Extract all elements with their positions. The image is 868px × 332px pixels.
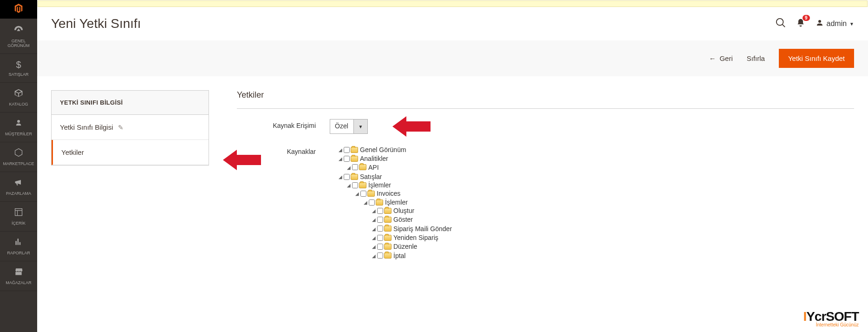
nav-label: MARKETPLACE	[3, 161, 34, 166]
form-section-title: Yetkiler	[237, 90, 854, 100]
back-label: Geri	[719, 54, 732, 62]
tab-role-resources[interactable]: Yetkiler	[52, 140, 209, 165]
tree-node[interactable]: ◢Yeniden Sipariş	[372, 233, 854, 242]
nav-customers[interactable]: MÜŞTERİLER	[0, 113, 37, 142]
nav-content[interactable]: İÇERİK	[0, 202, 37, 232]
folder-icon	[384, 217, 392, 223]
tree-node[interactable]: ◢Sipariş Maili Gönder	[372, 224, 854, 233]
nav-label: MÜŞTERİLER	[5, 132, 32, 136]
tree-checkbox[interactable]	[352, 164, 358, 170]
tree-node[interactable]: ◢İşlemler ◢Invoices ◢İşlemler ◢Oluştur	[346, 180, 854, 261]
caret-down-icon: ▼	[353, 120, 367, 133]
folder-icon	[359, 182, 366, 188]
tree-checkbox[interactable]	[377, 226, 383, 232]
magento-logo[interactable]	[0, 0, 37, 19]
tree-node[interactable]: ◢İşlemler ◢Oluştur ◢Göster ◢Sipariş Mail…	[363, 198, 854, 260]
page-title: Yeni Yetki Sınıfı	[51, 16, 141, 31]
megaphone-icon	[2, 178, 35, 189]
notifications-icon[interactable]: 9	[796, 18, 805, 30]
nav-label: MAĞAZALAR	[6, 280, 32, 285]
page-action-bar: ← Geri Sıfırla Yetki Sınıfı Kaydet	[37, 40, 868, 76]
search-icon[interactable]	[776, 18, 786, 30]
tree-checkbox[interactable]	[344, 156, 350, 162]
system-notice-bar	[38, 0, 868, 7]
tree-node[interactable]: ◢İptal	[372, 251, 854, 260]
tab-label: Yetki Sınıfı Bilgisi	[60, 123, 113, 131]
resources-tree: ◢Genel Görünüm ◢Analitikler ◢API ◢Satışl…	[330, 145, 854, 262]
folder-icon	[351, 156, 358, 162]
header-actions: 9 admin ▼	[776, 18, 854, 30]
folder-icon	[384, 252, 392, 259]
tree-checkbox[interactable]	[377, 217, 383, 223]
nav-label: İÇERİK	[12, 221, 26, 226]
tree-node[interactable]: ◢Genel Görünüm	[338, 145, 854, 154]
nav-label: GENEL GÖRÜNÜM	[7, 39, 30, 48]
folder-icon	[384, 226, 392, 232]
save-button[interactable]: Yetki Sınıfı Kaydet	[779, 49, 854, 68]
back-button[interactable]: ← Geri	[709, 54, 732, 62]
nav-marketing[interactable]: PAZARLAMA	[0, 172, 37, 202]
nav-label: RAPORLAR	[7, 251, 30, 255]
nav-label: KATALOG	[9, 102, 28, 106]
folder-icon	[384, 235, 392, 241]
folder-icon	[384, 244, 392, 250]
chart-icon	[2, 237, 35, 249]
folder-icon	[384, 208, 392, 214]
person-icon	[2, 118, 35, 130]
folder-icon	[351, 147, 358, 153]
arrow-left-icon: ←	[709, 54, 716, 62]
pencil-icon: ✎	[118, 124, 124, 131]
tree-checkbox[interactable]	[344, 147, 350, 153]
admin-account-dropdown[interactable]: admin ▼	[816, 19, 854, 29]
tree-node[interactable]: ◢Satışlar ◢İşlemler ◢Invoices ◢İşlemler	[338, 172, 854, 262]
nav-dashboard[interactable]: GENEL GÖRÜNÜM	[0, 19, 37, 54]
gauge-icon	[2, 24, 35, 37]
nav-sales[interactable]: $ SATIŞLAR	[0, 54, 37, 83]
tree-node[interactable]: ◢Oluştur	[372, 206, 854, 215]
folder-icon	[359, 164, 366, 170]
notification-badge: 9	[803, 15, 810, 21]
tab-role-info[interactable]: Yetki Sınıfı Bilgisi ✎	[52, 115, 209, 140]
user-icon	[816, 19, 824, 29]
tree-node[interactable]: ◢Göster	[372, 215, 854, 224]
admin-sidebar: GENEL GÖRÜNÜM $ SATIŞLAR KATALOG MÜŞTERİ…	[0, 0, 37, 287]
tabs-section-title: YETKİ SINIFI BİLGİSİ	[52, 91, 209, 115]
nav-label: PAZARLAMA	[6, 191, 31, 196]
folder-icon	[351, 174, 358, 180]
tree-checkbox[interactable]	[377, 252, 383, 259]
tree-checkbox[interactable]	[377, 208, 383, 214]
caret-down-icon: ▼	[849, 21, 854, 27]
nav-label: SATIŞLAR	[9, 72, 29, 77]
tree-checkbox[interactable]	[377, 235, 383, 241]
nav-reports[interactable]: RAPORLAR	[0, 232, 37, 261]
tree-node[interactable]: ◢API	[346, 163, 854, 172]
folder-icon	[367, 191, 375, 197]
tree-checkbox[interactable]	[360, 191, 366, 197]
folder-icon	[376, 199, 383, 206]
nav-catalog[interactable]: KATALOG	[0, 83, 37, 113]
nav-marketplace[interactable]: MARKETPLACE	[0, 142, 37, 172]
resource-access-select[interactable]: Özel ▼	[330, 119, 368, 134]
store-icon	[2, 267, 35, 279]
dollar-icon: $	[2, 60, 35, 70]
hexagon-icon	[2, 148, 35, 159]
tab-label: Yetkiler	[61, 148, 84, 156]
nav-stores[interactable]: MAĞAZALAR	[0, 261, 37, 287]
tree-checkbox[interactable]	[377, 244, 383, 250]
tree-checkbox[interactable]	[344, 174, 350, 180]
reset-button[interactable]: Sıfırla	[747, 54, 765, 62]
admin-username: admin	[827, 20, 847, 28]
select-value: Özel	[330, 120, 353, 133]
resource-access-label: Kaynak Erişimi	[237, 119, 330, 129]
tree-node[interactable]: ◢Invoices ◢İşlemler ◢Oluştur ◢Göster	[355, 189, 854, 260]
divider	[237, 108, 854, 109]
magento-logo-icon	[13, 3, 24, 16]
tree-node[interactable]: ◢Analitikler ◢API	[338, 154, 854, 172]
tree-checkbox[interactable]	[352, 182, 358, 188]
tree-checkbox[interactable]	[369, 199, 375, 206]
layout-icon	[2, 207, 35, 219]
resources-label: Kaynaklar	[237, 145, 330, 155]
role-tabs-panel: YETKİ SINIFI BİLGİSİ Yetki Sınıfı Bilgis…	[51, 90, 209, 166]
box-icon	[2, 88, 35, 100]
tree-node[interactable]: ◢Düzenle	[372, 242, 854, 251]
